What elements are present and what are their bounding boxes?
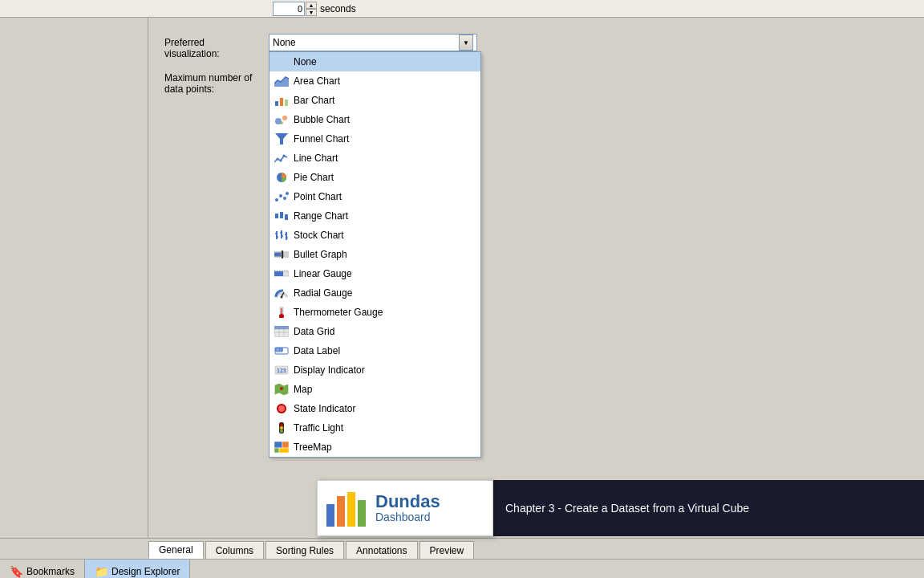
svg-rect-1 — [275, 101, 278, 106]
chapter-text: Chapter 3 - Create a Dataset from a Virt… — [505, 502, 749, 515]
data-label-icon: T 123 — [274, 344, 289, 358]
dundas-overlay: Dundas Dashboard — [317, 480, 493, 536]
design-explorer-icon: 📁 — [95, 565, 108, 578]
line-chart-icon — [274, 151, 289, 165]
bar-chart-icon — [274, 93, 289, 108]
svg-marker-7 — [275, 133, 288, 144]
design-explorer-item[interactable]: 📁 Design Explorer — [85, 560, 190, 578]
tab-sorting-rules-label: Sorting Rules — [276, 545, 334, 556]
max-data-points-label: Maximum number ofdata points: — [164, 69, 269, 95]
funnel-chart-icon — [274, 132, 289, 146]
svg-rect-50 — [274, 326, 289, 329]
item-label-data-grid: Data Grid — [294, 326, 334, 337]
bottom-panel: 🔖 Bookmarks 📁 Design Explorer — [0, 559, 924, 578]
svg-point-5 — [282, 116, 287, 120]
radial-gauge-icon — [274, 286, 289, 300]
svg-point-6 — [280, 121, 283, 124]
tab-general-label: General — [159, 544, 193, 556]
tab-general[interactable]: General — [148, 541, 204, 559]
item-label-map: Map — [294, 384, 312, 395]
dropdown-item-funnel-chart[interactable]: Funnel Chart — [270, 129, 480, 149]
form-area: Preferredvisualization: None ▼ None — [148, 18, 924, 538]
item-label-area-chart: Area Chart — [294, 75, 340, 87]
item-label-treemap: TreeMap — [294, 442, 332, 453]
tab-columns-label: Columns — [216, 545, 253, 556]
tab-columns[interactable]: Columns — [205, 541, 264, 559]
dropdown-arrow[interactable]: ▼ — [459, 35, 473, 51]
dropdown-button[interactable]: None ▼ — [269, 34, 477, 51]
item-label-pie-chart: Pie Chart — [294, 172, 334, 183]
tab-sorting-rules[interactable]: Sorting Rules — [265, 541, 344, 559]
item-label-linear-gauge: Linear Gauge — [294, 268, 352, 279]
dundas-title: Dundas — [375, 492, 440, 511]
svg-point-10 — [283, 155, 286, 157]
svg-point-62 — [280, 426, 283, 429]
svg-text:123: 123 — [276, 348, 283, 353]
tab-preview[interactable]: Preview — [419, 541, 475, 559]
dropdown-item-line-chart[interactable]: Line Chart — [270, 149, 480, 168]
svg-rect-17 — [280, 212, 283, 218]
svg-point-15 — [286, 192, 289, 195]
left-sidebar — [0, 18, 148, 538]
bullet-graph-icon — [274, 247, 289, 262]
tab-annotations[interactable]: Annotations — [346, 541, 417, 559]
svg-rect-2 — [280, 98, 283, 106]
item-label-state-indicator: State Indicator — [294, 403, 355, 414]
traffic-light-icon — [274, 421, 289, 435]
dropdown-item-display-indicator[interactable]: 123 Display Indicator — [270, 360, 480, 380]
tab-preview-label: Preview — [430, 545, 464, 556]
dropdown-item-bubble-chart[interactable]: Bubble Chart — [270, 110, 480, 129]
dropdown-item-bar-chart[interactable]: Bar Chart — [270, 91, 480, 110]
dropdown-item-linear-gauge[interactable]: Linear Gauge — [270, 264, 480, 283]
svg-point-57 — [280, 387, 283, 390]
pie-chart-icon — [274, 170, 289, 185]
preferred-viz-label: Preferredvisualization: — [164, 34, 269, 59]
chapter-banner: Chapter 3 - Create a Dataset from a Virt… — [489, 480, 924, 536]
treemap-icon — [274, 440, 289, 454]
svg-rect-69 — [337, 496, 345, 527]
dropdown-item-bullet-graph[interactable]: Bullet Graph — [270, 245, 480, 264]
bubble-chart-icon — [274, 112, 289, 127]
dropdown-item-radial-gauge[interactable]: Radial Gauge — [270, 283, 480, 303]
item-label-radial-gauge: Radial Gauge — [294, 287, 352, 299]
preferred-viz-control: None ▼ None — [269, 34, 477, 51]
svg-rect-65 — [282, 442, 289, 448]
dropdown-item-treemap[interactable]: TreeMap — [270, 438, 480, 457]
dropdown-item-pie-chart[interactable]: Pie Chart — [270, 168, 480, 187]
spinner-up[interactable]: ▲ — [306, 2, 317, 9]
item-label-data-label: Data Label — [294, 345, 340, 356]
dropdown-item-point-chart[interactable]: Point Chart — [270, 187, 480, 206]
item-label-point-chart: Point Chart — [294, 191, 342, 202]
seconds-input[interactable] — [273, 2, 305, 16]
stock-chart-icon — [274, 228, 289, 242]
svg-rect-18 — [285, 214, 288, 220]
dropdown-item-none[interactable]: None — [270, 52, 480, 71]
dropdown-item-range-chart[interactable]: Range Chart — [270, 206, 480, 226]
svg-point-59 — [278, 405, 285, 412]
design-explorer-label: Design Explorer — [111, 566, 180, 577]
display-indicator-icon: 123 — [274, 363, 289, 377]
item-label-line-chart: Line Chart — [294, 153, 338, 164]
svg-rect-66 — [274, 448, 279, 453]
visualization-dropdown: None ▼ None — [269, 34, 477, 51]
dropdown-item-traffic-light[interactable]: Traffic Light — [270, 418, 480, 438]
item-label-bar-chart: Bar Chart — [294, 95, 334, 106]
svg-rect-67 — [279, 448, 289, 453]
dropdown-item-area-chart[interactable]: Area Chart — [270, 71, 480, 91]
dropdown-item-stock-chart[interactable]: Stock Chart — [270, 226, 480, 245]
dropdown-item-thermometer-gauge[interactable]: Thermometer Gauge — [270, 303, 480, 322]
dundas-subtitle: Dashboard — [375, 511, 440, 523]
svg-rect-43 — [282, 308, 282, 315]
dropdown-item-state-indicator[interactable]: State Indicator — [270, 399, 480, 418]
dropdown-item-data-grid[interactable]: Data Grid — [270, 322, 480, 341]
preferred-viz-row: Preferredvisualization: None ▼ None — [164, 34, 908, 59]
dropdown-item-data-label[interactable]: T 123 Data Label — [270, 341, 480, 360]
item-label-none: None — [294, 56, 317, 67]
spinner-down[interactable]: ▼ — [306, 9, 317, 16]
bookmarks-item[interactable]: 🔖 Bookmarks — [0, 560, 85, 578]
svg-rect-64 — [274, 442, 282, 448]
item-label-range-chart: Range Chart — [294, 210, 348, 222]
svg-text:123: 123 — [277, 368, 286, 373]
svg-rect-68 — [326, 504, 334, 527]
dropdown-item-map[interactable]: Map — [270, 380, 480, 399]
